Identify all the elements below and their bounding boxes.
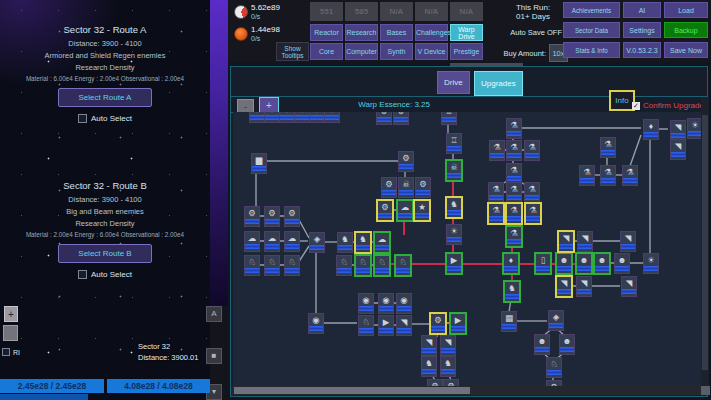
upgrade-node-flask[interactable]: ⚗ <box>505 202 523 225</box>
upgrade-node-flask[interactable]: ⚗ <box>622 165 638 186</box>
upgrade-node-flask[interactable]: ⚗ <box>487 202 505 225</box>
upgrade-node-robot[interactable]: ☻ <box>555 252 573 275</box>
upgrade-node-gear[interactable]: ⚙ <box>381 177 397 198</box>
nav-button-synth[interactable]: Synth <box>380 43 413 60</box>
upgrade-node-bird[interactable]: ◥ <box>621 276 637 297</box>
upgrade-node-gear[interactable]: ⚙ <box>309 112 325 123</box>
upgrade-node-gear[interactable]: ⚙ <box>284 206 300 227</box>
menu-button-sector-data[interactable]: Sector Data <box>563 22 620 38</box>
upgrade-node-beast[interactable]: ♞ <box>421 356 437 377</box>
upgrade-node-cloud[interactable]: ☁ <box>373 231 391 254</box>
upgrade-node-sun[interactable]: ☀ <box>687 118 702 139</box>
vertical-scrollbar-thumb[interactable] <box>702 115 708 370</box>
upgrade-node-gear[interactable]: ⚙ <box>249 112 265 123</box>
upgrade-node-gear[interactable]: ⚙ <box>415 177 431 198</box>
select-route-b-button[interactable]: Select Route B <box>58 244 152 263</box>
upgrade-node-gear[interactable]: ⚙ <box>376 199 394 222</box>
upgrade-node-card[interactable]: ▯ <box>534 252 552 275</box>
confirm-upgrades-checkbox[interactable]: ✓ <box>632 102 640 110</box>
upgrade-node-bird[interactable]: ◥ <box>396 315 412 336</box>
upgrade-node-knight[interactable]: ♘ <box>264 255 280 276</box>
upgrade-node-sphere[interactable]: ◉ <box>378 293 394 314</box>
upgrade-node-flask[interactable]: ⚗ <box>506 140 522 161</box>
upgrade-node-sun[interactable]: ☀ <box>643 253 659 274</box>
upgrade-node-bird[interactable]: ◥ <box>620 231 636 252</box>
nav-button-computer[interactable]: Computer <box>345 43 378 60</box>
upgrade-node-ship[interactable]: ♦ <box>502 252 520 275</box>
upgrade-node-flask[interactable]: ⚗ <box>524 140 540 161</box>
upgrade-node-bird[interactable]: ◥ <box>670 120 686 141</box>
side-button-0[interactable]: A <box>206 306 222 322</box>
nav-button-warp-drive[interactable]: Warp Drive <box>450 24 483 41</box>
nav-button-reactor[interactable]: Reactor <box>310 24 343 41</box>
upgrade-node-knight[interactable]: ♘ <box>358 315 374 336</box>
upgrade-node-bird[interactable]: ◥ <box>670 139 686 160</box>
upgrade-node-helmet[interactable]: ♖ <box>441 112 457 125</box>
upgrade-node-flask[interactable]: ⚗ <box>488 182 504 203</box>
route-b-autoselect-checkbox[interactable] <box>78 270 87 279</box>
nav-button-prestige[interactable]: Prestige <box>450 43 483 60</box>
tab-upgrades[interactable]: Upgrades <box>474 71 523 96</box>
upgrade-node-cloud[interactable]: ☁ <box>396 199 414 222</box>
upgrade-node-chart[interactable]: ▆ <box>251 153 267 174</box>
upgrade-node-skull[interactable]: ☠ <box>445 159 463 182</box>
nav-button-core[interactable]: Core <box>310 43 343 60</box>
upgrade-node-brain[interactable]: ☁ <box>284 231 300 252</box>
upgrade-node-rocket[interactable]: ▶ <box>445 252 463 275</box>
menu-button-settings[interactable]: Settings <box>623 22 661 38</box>
ri-checkbox[interactable] <box>2 348 10 356</box>
nav-button-challenges[interactable]: Challenges <box>415 24 448 41</box>
upgrade-node-flask[interactable]: ⚗ <box>524 182 540 203</box>
menu-button-load[interactable]: Load <box>664 2 708 18</box>
upgrade-node-robot[interactable]: ☻ <box>593 252 611 275</box>
tab-drive[interactable]: Drive <box>437 71 470 94</box>
menu-button-v-0-53-2-3[interactable]: V.0.53.2.3 <box>623 42 661 58</box>
upgrade-node-sphere[interactable]: ◉ <box>308 313 324 334</box>
upgrade-node-bird[interactable]: ◥ <box>555 275 573 298</box>
upgrade-node-brain[interactable]: ☁ <box>264 231 280 252</box>
upgrade-node-robot[interactable]: ☻ <box>614 253 630 274</box>
upgrade-node-skull[interactable]: ☠ <box>398 177 414 198</box>
upgrade-node-robot[interactable]: ☻ <box>559 334 575 355</box>
panel-plus-button[interactable]: + <box>4 306 18 322</box>
menu-button-backup[interactable]: Backup <box>664 22 708 38</box>
upgrade-node-robot[interactable]: ☻ <box>575 252 593 275</box>
upgrade-node-gear[interactable]: ⚙ <box>264 112 280 123</box>
upgrade-node-bird[interactable]: ◥ <box>577 231 593 252</box>
panel-blank-button[interactable] <box>3 325 18 341</box>
upgrade-node-gear[interactable]: ⚙ <box>398 151 414 172</box>
upgrade-node-beast[interactable]: ♞ <box>354 231 372 254</box>
upgrade-node-knight[interactable]: ♘ <box>546 357 562 378</box>
upgrade-node-bird[interactable]: ◥ <box>576 276 592 297</box>
upgrade-node-beast[interactable]: ♞ <box>445 196 463 219</box>
upgrade-node-rocket[interactable]: ▶ <box>449 312 467 335</box>
menu-button-ai[interactable]: AI <box>623 2 661 18</box>
upgrade-node-flask[interactable]: ⚗ <box>489 140 505 161</box>
upgrade-node-gear[interactable]: ⚙ <box>244 206 260 227</box>
upgrade-node-beast[interactable]: ♞ <box>503 280 521 303</box>
upgrade-node-hub[interactable]: ◈ <box>309 232 325 253</box>
upgrade-node-bird[interactable]: ◥ <box>440 335 456 356</box>
upgrade-node-flask[interactable]: ⚗ <box>524 202 542 225</box>
upgrade-node-helmet[interactable]: ♖ <box>446 133 462 154</box>
upgrade-node-beast[interactable]: ♞ <box>337 232 353 253</box>
upgrade-node-sphere[interactable]: ◉ <box>358 293 374 314</box>
menu-button-save-now[interactable]: Save Now <box>664 42 708 58</box>
upgrade-node-knight[interactable]: ♘ <box>244 255 260 276</box>
upgrade-node-flask[interactable]: ⚗ <box>579 165 595 186</box>
route-a-autoselect-checkbox[interactable] <box>78 114 87 123</box>
upgrade-node-grid[interactable]: ▦ <box>501 311 517 332</box>
upgrade-node-flask[interactable]: ⚗ <box>506 182 522 203</box>
upgrade-node-gear[interactable]: ⚙ <box>279 112 295 123</box>
upgrade-node-gear[interactable]: ⚙ <box>264 206 280 227</box>
menu-button-achievements[interactable]: Achievements <box>563 2 620 18</box>
upgrade-node-burst[interactable]: ☀ <box>446 224 462 245</box>
upgrade-node-knight[interactable]: ♘ <box>284 255 300 276</box>
upgrade-node-beast[interactable]: ♞ <box>440 356 456 377</box>
upgrade-node-gear[interactable]: ⚙ <box>324 112 340 123</box>
upgrade-node-gear[interactable]: ⚙ <box>294 112 310 123</box>
menu-button-stats-info[interactable]: Stats & Info <box>563 42 620 58</box>
upgrade-node-flask[interactable]: ⚗ <box>506 118 522 139</box>
show-tooltips-button[interactable]: Show Tooltips <box>276 42 309 61</box>
upgrade-node-knight[interactable]: ♘ <box>373 254 391 277</box>
